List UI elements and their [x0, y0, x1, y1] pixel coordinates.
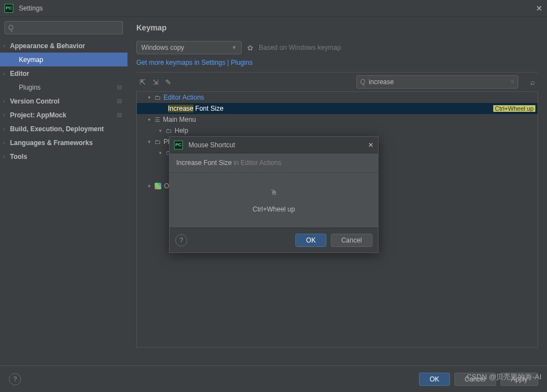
- chevron-right-icon: ›: [3, 71, 5, 76]
- chevron-right-icon: ›: [3, 99, 5, 104]
- sidebar-item-label: Editor: [10, 70, 29, 78]
- sidebar-item-build-execution-deployment[interactable]: ›Build, Execution, Deployment: [0, 122, 127, 136]
- tree-action-increase-font-size[interactable]: Increase Font Size Ctrl+Wheel up: [137, 103, 538, 114]
- keymap-profile-value: Windows copy: [141, 44, 184, 51]
- sidebar-item-label: Keymap: [19, 56, 43, 64]
- scope-icon: ⊟: [117, 111, 122, 118]
- chevron-down-icon: ▼: [232, 45, 237, 50]
- action-search-input[interactable]: [369, 78, 510, 86]
- find-by-shortcut-icon[interactable]: ⌕: [530, 78, 535, 86]
- sidebar-item-label: Languages & Frameworks: [10, 139, 93, 147]
- window-titlebar: PC Settings ✕: [0, 0, 547, 17]
- sidebar-item-label: Project: AppMock: [10, 111, 67, 119]
- keymap-profile-select[interactable]: Windows copy ▼: [136, 41, 242, 54]
- window-close-icon[interactable]: ✕: [536, 4, 543, 13]
- folder-icon: 🗀: [155, 138, 161, 145]
- edit-icon[interactable]: ✎: [165, 78, 171, 86]
- get-more-keymaps-link[interactable]: Get more keymaps in Settings | Plugins: [136, 59, 253, 66]
- expand-all-icon[interactable]: ⇱: [140, 78, 146, 86]
- sidebar-item-tools[interactable]: ›Tools: [0, 149, 127, 163]
- action-search[interactable]: Q ×: [356, 75, 518, 89]
- settings-sidebar: Q ›Appearance & BehaviorKeymap›EditorPlu…: [0, 17, 127, 365]
- dialog-close-icon[interactable]: ✕: [368, 141, 374, 149]
- keymap-toolbar: ⇱ ⇲ ✎ Q × ⌕: [136, 72, 538, 92]
- dialog-footer: ? OK Cancel Apply: [0, 365, 547, 392]
- chevron-right-icon: ›: [3, 154, 5, 159]
- mouse-icon: 🖱: [270, 188, 278, 197]
- search-icon: Q: [8, 24, 13, 32]
- menu-icon: ☰: [155, 116, 160, 123]
- ok-button[interactable]: OK: [419, 373, 449, 386]
- tree-group-main-menu[interactable]: ▾☰ Main Menu: [137, 114, 538, 125]
- dialog-subtitle: Increase Font Size in Editor Actions: [170, 153, 378, 172]
- dialog-capture-area[interactable]: 🖱 Ctrl+Wheel up: [170, 172, 378, 228]
- sidebar-item-label: Tools: [10, 153, 27, 161]
- cancel-button[interactable]: Cancel: [454, 373, 496, 386]
- help-icon[interactable]: ?: [9, 373, 21, 385]
- collapse-all-icon[interactable]: ⇲: [152, 78, 159, 86]
- clear-icon[interactable]: ×: [510, 78, 514, 86]
- chevron-right-icon: ›: [3, 112, 5, 118]
- page-title: Keymap: [136, 23, 538, 32]
- gear-icon[interactable]: ✿: [247, 44, 253, 52]
- sidebar-search[interactable]: Q: [4, 21, 123, 34]
- sidebar-item-project-appmock[interactable]: ›Project: AppMock⊟: [0, 108, 127, 122]
- sidebar-search-input[interactable]: [16, 24, 119, 32]
- app-logo-icon: PC: [174, 141, 183, 149]
- sidebar-item-label: Build, Execution, Deployment: [10, 125, 104, 133]
- folder-icon: 🗀: [166, 127, 172, 134]
- scope-icon: ⊟: [117, 97, 122, 105]
- sidebar-item-plugins[interactable]: Plugins⊟: [0, 80, 127, 94]
- shortcut-badge: Ctrl+Wheel up: [493, 105, 535, 112]
- sidebar-item-languages-frameworks[interactable]: ›Languages & Frameworks: [0, 136, 127, 149]
- sidebar-item-editor[interactable]: ›Editor: [0, 66, 127, 80]
- tree-group-editor-actions[interactable]: ▾🗀 Editor Actions: [137, 92, 538, 103]
- sidebar-item-label: Version Control: [10, 97, 59, 105]
- other-icon: [155, 183, 161, 189]
- sidebar-item-label: Appearance & Behavior: [10, 42, 85, 50]
- mouse-shortcut-dialog: PC Mouse Shortcut ✕ Increase Font Size i…: [169, 136, 379, 253]
- help-icon[interactable]: ?: [175, 234, 187, 246]
- tree-group-help[interactable]: ▾🗀 Help: [137, 125, 538, 136]
- window-title: Settings: [19, 4, 536, 12]
- chevron-right-icon: ›: [3, 126, 5, 132]
- dialog-cancel-button[interactable]: Cancel: [331, 234, 372, 247]
- chevron-right-icon: ›: [3, 140, 5, 146]
- sidebar-item-appearance-behavior[interactable]: ›Appearance & Behavior: [0, 39, 127, 53]
- sidebar-item-label: Plugins: [19, 84, 40, 91]
- dialog-title: Mouse Shortcut: [188, 141, 368, 149]
- dialog-ok-button[interactable]: OK: [295, 234, 326, 247]
- based-on-label: Based on Windows keymap: [259, 44, 341, 51]
- app-logo-icon: PC: [4, 4, 13, 13]
- captured-shortcut: Ctrl+Wheel up: [253, 205, 295, 213]
- search-icon: Q: [360, 78, 365, 86]
- apply-button[interactable]: Apply: [500, 373, 538, 386]
- scope-icon: ⊟: [117, 84, 122, 91]
- sidebar-item-keymap[interactable]: Keymap: [0, 53, 127, 66]
- chevron-right-icon: ›: [3, 43, 5, 49]
- folder-icon: 🗀: [155, 94, 161, 101]
- sidebar-item-version-control[interactable]: ›Version Control⊟: [0, 94, 127, 108]
